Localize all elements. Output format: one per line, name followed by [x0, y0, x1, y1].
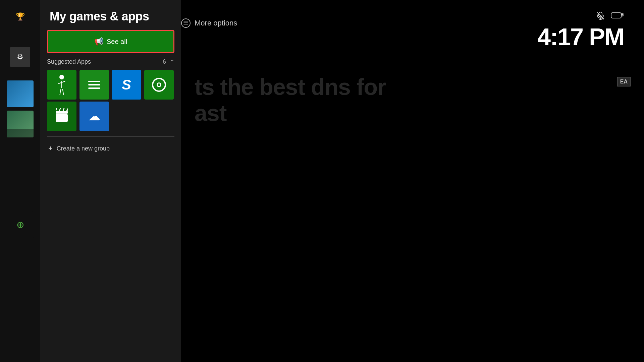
create-group-label: Create a new group — [57, 145, 110, 152]
more-options-icon: ☰ — [181, 18, 191, 28]
app-tile-empty-1 — [112, 102, 141, 131]
apps-count: 6 — [163, 58, 166, 65]
see-all-label: See all — [107, 38, 127, 46]
section-count-collapse[interactable]: 6 ⌃ — [163, 58, 174, 65]
groove-music-icon — [152, 78, 166, 92]
status-icons — [596, 10, 624, 21]
sidebar-game-thumb-2[interactable] — [7, 111, 34, 137]
section-divider — [47, 136, 174, 137]
app-tile-skype[interactable]: S — [112, 70, 141, 100]
panel-title: My games & apps — [50, 9, 172, 23]
mute-icon — [596, 11, 605, 20]
skype-icon: S — [122, 77, 131, 93]
top-right-area: 4:17 PM — [537, 10, 624, 49]
plus-icon: + — [48, 144, 53, 153]
panel-header: My games & apps — [40, 0, 181, 29]
section-header: Suggested Apps 6 ⌃ — [47, 58, 174, 65]
app-grid-row1: S — [47, 70, 174, 100]
app-tile-empty-2 — [144, 102, 174, 131]
svg-rect-6 — [611, 13, 621, 18]
create-new-group-button[interactable]: + Create a new group — [47, 141, 174, 156]
app-tile-onedrive[interactable]: ☁ — [79, 102, 109, 131]
onedrive-cloud-icon: ☁ — [88, 109, 100, 123]
app-tile-fitness[interactable] — [47, 70, 76, 100]
trophy-icon: 🏆 — [10, 7, 30, 27]
see-all-button[interactable]: 📢 See all — [47, 30, 174, 53]
left-sidebar: 🏆 ⚙ ⊕ — [0, 0, 40, 362]
bg-text-line1: ts the best dns for — [195, 74, 631, 100]
clock-display: 4:17 PM — [537, 25, 624, 49]
more-options-bar[interactable]: ☰ More options — [181, 18, 237, 28]
ea-badge: EA — [617, 77, 631, 86]
more-options-label: More options — [195, 19, 237, 27]
main-panel: My games & apps 📢 See all Suggested Apps… — [40, 0, 181, 362]
collapse-arrow-icon[interactable]: ⌃ — [170, 59, 174, 65]
app-tile-movies[interactable] — [47, 102, 76, 131]
gear-sidebar-icon[interactable]: ⚙ — [10, 47, 30, 67]
sidebar-game-thumb-1[interactable] — [7, 80, 34, 107]
app-grid-row2: ☁ — [47, 102, 174, 131]
background-text: ts the best dns for ast — [181, 74, 644, 126]
controller-icon — [610, 10, 624, 21]
menu-lines-icon — [88, 81, 100, 89]
sidebar-xbox-ultimate[interactable]: ⊕ — [7, 211, 34, 238]
app-tile-menu[interactable] — [79, 70, 109, 100]
svg-rect-8 — [622, 14, 623, 16]
see-all-icon: 📢 — [94, 37, 103, 46]
suggested-apps-title: Suggested Apps — [47, 58, 91, 65]
content-area: ☰ More options ts the best dns for ast E… — [181, 0, 644, 362]
suggested-apps-section: Suggested Apps 6 ⌃ — [40, 58, 181, 156]
bg-text-line2: ast — [195, 100, 631, 126]
app-tile-groove[interactable] — [144, 70, 174, 100]
